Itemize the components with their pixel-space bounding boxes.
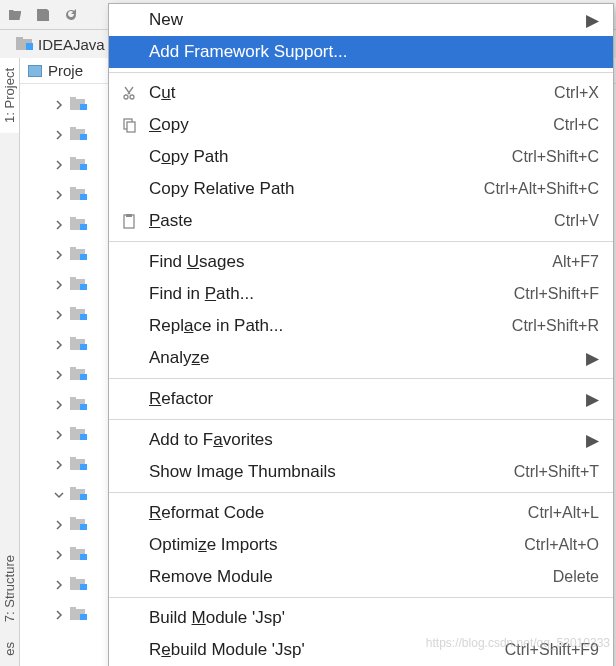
folder-icon (70, 607, 88, 623)
cut-icon (119, 83, 139, 103)
menu-separator (109, 492, 613, 493)
tool-tab-structure[interactable]: 7: Structure (0, 545, 19, 632)
expand-icon[interactable] (50, 336, 68, 354)
svg-rect-50 (80, 554, 87, 560)
svg-rect-35 (80, 404, 87, 410)
svg-rect-49 (70, 547, 76, 550)
menu-find-usages[interactable]: Find UsagesAlt+F7 (109, 246, 613, 278)
copy-icon (119, 115, 139, 135)
expand-icon[interactable] (50, 546, 68, 564)
tool-tab-project[interactable]: 1: Project (0, 58, 19, 133)
svg-rect-8 (80, 134, 87, 140)
menu-rebuild-module[interactable]: Rebuild Module 'Jsp'Ctrl+Shift+F9 (109, 634, 613, 666)
menu-copy-path[interactable]: Copy PathCtrl+Shift+C (109, 141, 613, 173)
expand-icon[interactable] (50, 276, 68, 294)
menu-remove-module[interactable]: Remove ModuleDelete (109, 561, 613, 593)
svg-rect-40 (70, 457, 76, 460)
svg-rect-5 (80, 104, 87, 110)
menu-cut[interactable]: CutCtrl+X (109, 77, 613, 109)
menu-separator (109, 419, 613, 420)
menu-find-in-path[interactable]: Find in Path...Ctrl+Shift+F (109, 278, 613, 310)
expand-icon[interactable] (50, 156, 68, 174)
expand-icon[interactable] (50, 366, 68, 384)
expand-icon[interactable] (50, 576, 68, 594)
expand-icon[interactable] (50, 126, 68, 144)
svg-rect-47 (80, 524, 87, 530)
folder-icon (70, 547, 88, 563)
submenu-arrow-icon: ▶ (586, 389, 599, 410)
svg-rect-14 (80, 194, 87, 200)
svg-rect-34 (70, 397, 76, 400)
submenu-arrow-icon: ▶ (586, 10, 599, 31)
menu-analyze[interactable]: Analyze▶ (109, 342, 613, 374)
svg-rect-32 (80, 374, 87, 380)
tab-label[interactable]: IDEAJava (38, 36, 105, 53)
panel-title: Proje (48, 62, 83, 79)
expand-icon[interactable] (50, 456, 68, 474)
svg-rect-52 (70, 577, 76, 580)
expand-icon[interactable] (50, 516, 68, 534)
menu-add-framework-support[interactable]: Add Framework Support... (109, 36, 613, 68)
svg-rect-1 (16, 37, 23, 40)
svg-rect-56 (80, 614, 87, 620)
menu-copy[interactable]: CopyCtrl+C (109, 109, 613, 141)
svg-rect-23 (80, 284, 87, 290)
svg-rect-26 (80, 314, 87, 320)
folder-icon (70, 277, 88, 293)
menu-copy-relative-path[interactable]: Copy Relative PathCtrl+Alt+Shift+C (109, 173, 613, 205)
expand-icon[interactable] (50, 186, 68, 204)
folder-icon (70, 457, 88, 473)
menu-show-thumbnails[interactable]: Show Image ThumbnailsCtrl+Shift+T (109, 456, 613, 488)
folder-icon (70, 397, 88, 413)
svg-rect-7 (70, 127, 76, 130)
expand-icon[interactable] (50, 486, 68, 504)
menu-paste[interactable]: PasteCtrl+V (109, 205, 613, 237)
menu-separator (109, 72, 613, 73)
refresh-icon[interactable] (62, 6, 80, 24)
svg-rect-37 (70, 427, 76, 430)
expand-icon[interactable] (50, 306, 68, 324)
svg-rect-11 (80, 164, 87, 170)
tool-tab-other[interactable]: es (0, 632, 19, 666)
folder-icon (70, 97, 88, 113)
svg-rect-16 (70, 217, 76, 220)
svg-rect-29 (80, 344, 87, 350)
svg-rect-19 (70, 247, 76, 250)
svg-rect-13 (70, 187, 76, 190)
expand-icon[interactable] (50, 216, 68, 234)
svg-rect-31 (70, 367, 76, 370)
menu-add-favorites[interactable]: Add to Favorites▶ (109, 424, 613, 456)
expand-icon[interactable] (50, 246, 68, 264)
save-icon[interactable] (34, 6, 52, 24)
svg-rect-53 (80, 584, 87, 590)
svg-rect-2 (26, 43, 33, 50)
submenu-arrow-icon: ▶ (586, 348, 599, 369)
folder-icon (70, 307, 88, 323)
expand-icon[interactable] (50, 96, 68, 114)
folder-icon (70, 367, 88, 383)
menu-refactor[interactable]: Refactor▶ (109, 383, 613, 415)
folder-icon (70, 127, 88, 143)
submenu-arrow-icon: ▶ (586, 430, 599, 451)
svg-rect-44 (80, 494, 87, 500)
folder-icon (70, 517, 88, 533)
menu-reformat-code[interactable]: Reformat CodeCtrl+Alt+L (109, 497, 613, 529)
tool-window-bar: 1: Project 7: Structure es (0, 58, 20, 666)
project-view-icon (28, 65, 42, 77)
menu-new[interactable]: New ▶ (109, 4, 613, 36)
svg-rect-41 (80, 464, 87, 470)
expand-icon[interactable] (50, 396, 68, 414)
folder-icon (70, 337, 88, 353)
menu-optimize-imports[interactable]: Optimize ImportsCtrl+Alt+O (109, 529, 613, 561)
svg-rect-60 (126, 214, 132, 217)
svg-rect-25 (70, 307, 76, 310)
menu-replace-in-path[interactable]: Replace in Path...Ctrl+Shift+R (109, 310, 613, 342)
folder-icon (70, 577, 88, 593)
svg-rect-46 (70, 517, 76, 520)
svg-rect-28 (70, 337, 76, 340)
expand-icon[interactable] (50, 606, 68, 624)
open-icon[interactable] (6, 6, 24, 24)
expand-icon[interactable] (50, 426, 68, 444)
module-icon (16, 37, 32, 51)
menu-build-module[interactable]: Build Module 'Jsp' (109, 602, 613, 634)
